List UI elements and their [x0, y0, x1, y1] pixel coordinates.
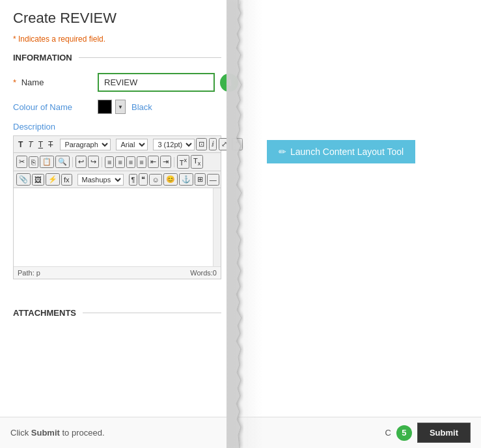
section-divider: [79, 57, 221, 58]
toolbar-divider-6: [174, 157, 174, 167]
editor-container: T T T T Paragraph Arial 3 (12pt): [13, 135, 221, 279]
image-button[interactable]: 🖼: [32, 174, 44, 186]
paragraph-select[interactable]: Paragraph: [60, 139, 111, 150]
colour-swatch: [98, 100, 112, 114]
colour-dropdown-arrow[interactable]: ▼: [115, 100, 126, 114]
attachments-label: ATTACHMENTS: [13, 308, 76, 318]
colour-label-text: Colour of Name: [13, 102, 72, 112]
underline-button[interactable]: T: [36, 139, 45, 150]
emoji-button[interactable]: ☺: [149, 174, 161, 186]
hr-button[interactable]: —: [207, 174, 219, 186]
italic-button[interactable]: T: [26, 139, 34, 150]
colour-swatch-wrapper[interactable]: ▼ Black: [98, 100, 152, 114]
cancel-text: C: [385, 428, 391, 438]
anchor-button[interactable]: ⚓: [179, 173, 193, 186]
required-star: *: [13, 77, 16, 87]
strikethrough-button[interactable]: T: [46, 139, 55, 150]
font-select[interactable]: Arial: [116, 139, 148, 150]
toolbar-row-3: 📎 🖼 ⚡ fx Mashups ¶ ❝ ☺ 😊 ⚓ ⊞ —: [14, 171, 221, 188]
submit-instruction: Click Submit to proceed.: [10, 428, 380, 438]
description-row: Description T T T T Paragraph Arial: [13, 122, 221, 279]
align-center-button[interactable]: ≡: [115, 156, 124, 168]
subscript-button[interactable]: Tx: [191, 155, 203, 169]
toolbar-row-1: T T T T Paragraph Arial 3 (12pt): [14, 136, 221, 153]
attachment-button[interactable]: 📎: [16, 173, 31, 186]
superscript-button[interactable]: Tx: [177, 155, 189, 169]
cut-button[interactable]: ✂: [16, 156, 27, 168]
toolbar-divider-5: [102, 157, 102, 167]
align-left-button[interactable]: ≡: [105, 156, 114, 168]
outdent-button[interactable]: ⇤: [148, 156, 159, 168]
spacer-1: [13, 285, 221, 295]
size-select[interactable]: 3 (12pt): [153, 139, 195, 150]
colour-label: Colour of Name: [13, 102, 98, 112]
information-label: INFORMATION: [13, 53, 72, 63]
table-button[interactable]: ⊞: [195, 173, 206, 186]
launch-btn-label: Launch Content Layout Tool: [290, 147, 404, 157]
submit-button[interactable]: Submit: [417, 423, 471, 443]
info-icon[interactable]: ⅈ: [209, 138, 217, 150]
editor-scrollbar[interactable]: [213, 188, 221, 266]
attachments-section-header: ATTACHMENTS: [13, 308, 221, 318]
fullscreen-icon[interactable]: ⤢: [219, 138, 230, 150]
bottom-bar: Click Submit to proceed. C 5 Submit: [0, 417, 481, 448]
search-replace-button[interactable]: 🔍: [55, 156, 70, 168]
page-title: Create REVIEW: [13, 10, 221, 27]
quote-button[interactable]: ❝: [139, 173, 148, 186]
colour-name-text: Black: [131, 102, 152, 112]
redo-button[interactable]: ↪: [88, 156, 99, 168]
undo-button[interactable]: ↩: [76, 156, 87, 168]
flash-button[interactable]: ⚡: [46, 173, 60, 186]
toolbar-row-2: ✂ ⎘ 📋 🔍 ↩ ↪ ≡ ≡ ≡ ≡ ⇤ ⇥ Tx Tx: [14, 153, 221, 171]
pencil-icon: ✏: [279, 147, 286, 157]
name-input[interactable]: [98, 73, 215, 92]
launch-content-layout-tool-button[interactable]: ✏ Launch Content Layout Tool: [267, 140, 415, 163]
align-justify-button[interactable]: ≡: [137, 156, 146, 168]
editor-path: Path: p: [18, 269, 40, 277]
left-panel: Create REVIEW * Indicates a required fie…: [0, 0, 234, 448]
align-right-button[interactable]: ≡: [126, 156, 135, 168]
right-panel: ✏ Launch Content Layout Tool: [234, 0, 481, 448]
required-notice: * Indicates a required field.: [13, 35, 221, 44]
name-field-row: * Name 4: [13, 73, 221, 92]
step-5-badge: 5: [396, 425, 412, 441]
paste-button[interactable]: 📋: [40, 156, 54, 168]
pilcrow-button[interactable]: ¶: [129, 174, 138, 186]
name-label-text: Name: [21, 77, 44, 87]
expand-icon[interactable]: ⊡: [196, 138, 207, 150]
editor-area-wrapper: [14, 188, 221, 266]
mashups-select[interactable]: Mashups: [77, 174, 124, 186]
copy-button[interactable]: ⎘: [29, 156, 38, 168]
editor-words: Words:0: [190, 269, 217, 277]
information-section-header: INFORMATION: [13, 53, 221, 63]
name-field-label: * Name: [13, 77, 98, 87]
smiley-button[interactable]: 😊: [163, 173, 178, 186]
editor-area[interactable]: [14, 188, 221, 266]
bold-button[interactable]: T: [16, 139, 25, 150]
attachments-divider: [83, 313, 221, 313]
indent-button[interactable]: ⇥: [160, 156, 171, 168]
formula-button[interactable]: fx: [61, 174, 72, 186]
toolbar-divider-4: [72, 157, 73, 167]
submit-bold: Submit: [31, 428, 60, 438]
description-label: Description: [13, 122, 221, 132]
editor-footer: Path: p Words:0: [14, 266, 221, 279]
name-input-wrapper: 4: [98, 73, 238, 92]
colour-of-name-row: Colour of Name ▼ Black: [13, 100, 221, 114]
